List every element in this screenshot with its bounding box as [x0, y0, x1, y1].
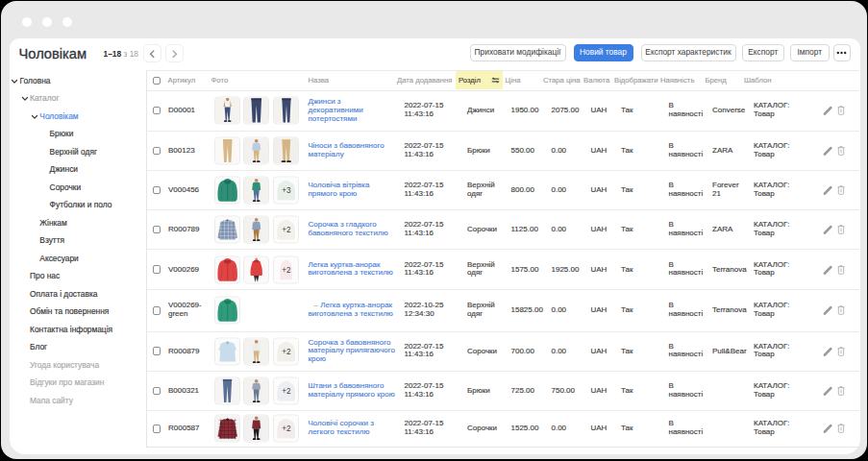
svg-text:+3: +3 — [282, 186, 291, 195]
svg-text:+2: +2 — [282, 265, 291, 274]
svg-text:+2: +2 — [282, 425, 291, 433]
svg-text:+2: +2 — [282, 226, 291, 234]
svg-text:+2: +2 — [282, 387, 291, 396]
svg-text:+2: +2 — [282, 347, 291, 355]
